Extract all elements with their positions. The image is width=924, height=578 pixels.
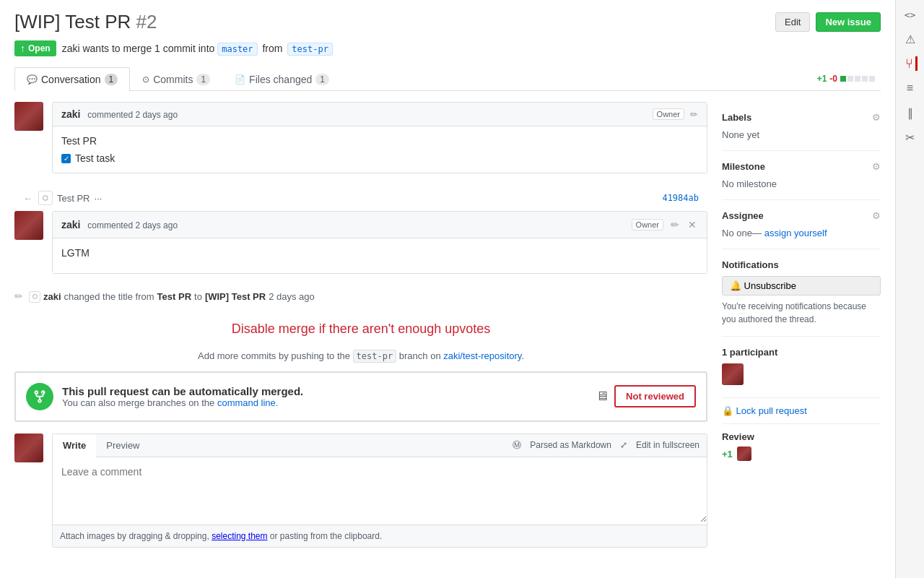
fullscreen-label[interactable]: Edit in fullscreen: [636, 440, 699, 450]
comment-author-1[interactable]: zaki: [61, 108, 80, 120]
comment-form: Write Preview Ⓜ Parsed as Markdown ⤢ Edi…: [52, 434, 707, 548]
markdown-icon: Ⓜ: [513, 439, 521, 452]
pr-title-text: [WIP] Test PR: [14, 11, 131, 33]
close-icon-2[interactable]: ✕: [687, 217, 698, 232]
notification-text: You're receiving notifications because y…: [722, 300, 881, 326]
activity-avatar: ⬡: [29, 291, 40, 303]
tools-icon[interactable]: ✂: [903, 130, 918, 144]
sidebar-participants: 1 participant: [722, 336, 881, 397]
merge-text: This pull request can be automatically m…: [62, 385, 587, 408]
alert-icon[interactable]: ⚠: [903, 32, 918, 46]
diff-block-gray-1: [847, 76, 853, 82]
commit-dots: ···: [95, 193, 103, 204]
comment-header-1: zaki commented 2 days ago Owner ✏: [53, 103, 707, 126]
select-files-link[interactable]: selecting them: [212, 531, 267, 541]
not-reviewed-button[interactable]: Not reviewed: [614, 385, 696, 407]
assignee-title: Assignee: [722, 210, 764, 221]
pr-number: #2: [136, 11, 157, 33]
commit-sha[interactable]: 41984ab: [662, 193, 699, 203]
tab-conversation[interactable]: 💬 Conversation 1: [14, 67, 130, 91]
task-item-1: ✓ Test task: [61, 152, 698, 164]
sidebar: Labels ⚙ None yet Milestone ⚙ No milesto…: [722, 102, 881, 559]
tab-commits[interactable]: ⊙ Commits 1: [130, 67, 222, 91]
owner-badge-2: Owner: [632, 219, 663, 230]
comment-item-1: zaki commented 2 days ago Owner ✏ Test P…: [14, 102, 707, 173]
task-label-1: Test task: [75, 152, 115, 164]
unsubscribe-button[interactable]: 🔔 Unsubscribe: [722, 276, 881, 296]
milestone-value: No milestone: [722, 178, 777, 189]
push-repo-link[interactable]: zaki/test-repository: [443, 350, 521, 361]
owner-badge-1: Owner: [653, 108, 684, 120]
lock-pr-link[interactable]: 🔒 Lock pull request: [722, 405, 881, 416]
edit-icon-1[interactable]: ✏: [690, 109, 698, 120]
edit-button[interactable]: Edit: [775, 12, 810, 32]
comment-author-2[interactable]: zaki: [61, 219, 80, 230]
push-branch: test-pr: [353, 350, 397, 363]
milestone-gear-icon[interactable]: ⚙: [872, 161, 881, 172]
comment-item-2: zaki commented 2 days ago Owner ✏ ✕ LGTM: [14, 211, 707, 274]
tab-files-changed[interactable]: 📄 Files changed 1: [222, 67, 341, 91]
comment-box-2: zaki commented 2 days ago Owner ✏ ✕ LGTM: [52, 211, 707, 274]
stats-icon[interactable]: ∥: [903, 105, 918, 120]
diff-bar: [840, 76, 875, 82]
activity-to: [WIP] Test PR: [205, 290, 266, 304]
comment-form-tabs: Write Preview Ⓜ Parsed as Markdown ⤢ Edi…: [53, 434, 707, 457]
labels-title: Labels: [722, 112, 751, 123]
assignee-header: Assignee ⚙: [722, 210, 881, 221]
merge-box-wrapper: This pull request can be automatically m…: [14, 371, 707, 422]
header-actions: Edit New issue: [775, 12, 881, 32]
comment-header-2: zaki commented 2 days ago Owner ✏ ✕: [53, 212, 707, 238]
comment-textarea[interactable]: [53, 457, 707, 522]
comment-body-1: Test PR ✓ Test task: [53, 126, 707, 173]
commit-label: Test PR: [57, 193, 90, 204]
comment-body-2: LGTM: [53, 238, 707, 273]
commit-ref: ← ⬡ Test PR ··· 41984ab: [14, 185, 707, 211]
review-avatar: [737, 447, 751, 461]
pr-status-bar: ↑ Open zaki wants to merge 1 commit into…: [14, 40, 881, 56]
milestone-header: Milestone ⚙: [722, 161, 881, 172]
assign-yourself-link[interactable]: assign yourself: [764, 228, 827, 238]
comment-time-2: commented 2 days ago: [87, 220, 178, 230]
code-icon[interactable]: <>: [903, 7, 918, 22]
pr-sidebar-icon[interactable]: ⑂: [903, 56, 918, 71]
diff-block-gray-4: [869, 76, 875, 82]
merge-subtitle: You can also merge branches on the comma…: [62, 397, 587, 408]
source-branch-tag[interactable]: test-pr: [287, 43, 333, 56]
comment-form-item: Write Preview Ⓜ Parsed as Markdown ⤢ Edi…: [14, 434, 707, 548]
activity-author[interactable]: zaki: [43, 290, 61, 304]
diff-block-gray-2: [855, 76, 860, 82]
assignee-gear-icon[interactable]: ⚙: [872, 210, 881, 221]
pr-tabs: 💬 Conversation 1 ⊙ Commits 1 📄 Files cha…: [14, 67, 881, 91]
assignee-value: No one— assign yourself: [722, 227, 827, 238]
edit-activity-icon: ✏: [14, 290, 23, 302]
activity-from: Test PR: [157, 290, 191, 304]
tab-preview[interactable]: Preview: [96, 434, 149, 457]
comment-box-1: zaki commented 2 days ago Owner ✏ Test P…: [52, 102, 707, 173]
pr-description: zaki wants to merge 1 commit into master…: [62, 43, 333, 54]
icon-sidebar: <> ⚠ ⑂ ≡ ∥ ✂: [895, 0, 924, 578]
labels-gear-icon[interactable]: ⚙: [872, 112, 881, 123]
new-issue-button[interactable]: New issue: [816, 12, 881, 32]
sidebar-labels: Labels ⚙ None yet: [722, 102, 881, 150]
comment-text-2: LGTM: [61, 247, 698, 259]
merge-box: This pull request can be automatically m…: [14, 371, 707, 422]
comment-footer: Attach images by dragging & dropping, se…: [53, 525, 707, 547]
avatar-zaki-1: [14, 102, 43, 131]
timeline: zaki commented 2 days ago Owner ✏ Test P…: [14, 102, 707, 559]
participants-title: 1 participant: [722, 347, 881, 358]
target-branch-tag[interactable]: master: [217, 43, 257, 56]
review-item: +1: [722, 447, 881, 461]
open-badge: ↑ Open: [14, 40, 56, 56]
avatar-current-user: [14, 434, 43, 462]
review-title: Review: [722, 431, 881, 442]
notifications-title: Notifications: [722, 259, 779, 270]
edit-icon-2[interactable]: ✏: [669, 217, 681, 232]
markdown-label: Parsed as Markdown: [530, 440, 611, 450]
docs-icon[interactable]: ≡: [903, 81, 918, 95]
milestone-title: Milestone: [722, 161, 765, 172]
tab-write[interactable]: Write: [53, 434, 96, 457]
pr-title: [WIP] Test PR #2: [14, 11, 157, 33]
command-line-link[interactable]: command line.: [217, 397, 279, 408]
sidebar-lock: 🔒 Lock pull request: [722, 397, 881, 423]
task-checkbox-1[interactable]: ✓: [61, 154, 71, 163]
